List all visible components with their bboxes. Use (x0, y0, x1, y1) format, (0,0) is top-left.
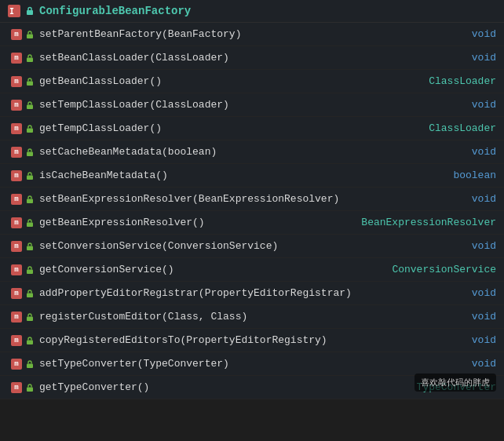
svg-rect-7 (27, 128, 33, 133)
method-icon: m (11, 194, 22, 205)
svg-rect-11 (27, 222, 33, 227)
class-title: ConfigurableBeanFactory (39, 5, 191, 17)
return-type: ClassLoader (429, 122, 496, 134)
method-icon: m (11, 241, 22, 252)
method-name: setBeanExpressionResolver(BeanExpression… (39, 193, 464, 205)
svg-rect-8 (27, 151, 33, 156)
return-type: void (472, 193, 496, 205)
svg-text:I: I (9, 7, 14, 16)
method-name: registerCustomEditor(Class, Class) (39, 311, 464, 323)
lock-icon (25, 148, 35, 157)
return-type: void (472, 28, 496, 40)
table-row[interactable]: m setCacheBeanMetadata(boolean) void (0, 140, 504, 164)
method-icon: m (11, 335, 22, 346)
svg-rect-9 (27, 175, 33, 180)
method-name: getBeanClassLoader() (39, 75, 421, 87)
lock-icon (25, 218, 35, 228)
table-row[interactable]: m setParentBeanFactory(BeanFactory) void (0, 23, 504, 46)
lock-icon (25, 359, 35, 369)
method-icon: m (11, 100, 22, 111)
methods-list: m setParentBeanFactory(BeanFactory) void… (0, 23, 504, 399)
svg-rect-3 (27, 34, 33, 38)
table-row[interactable]: m getConversionService() ConversionServi… (0, 258, 504, 282)
lock-header-icon (25, 6, 35, 16)
table-row[interactable]: m addPropertyEditorRegistrar(PropertyEdi… (0, 282, 504, 305)
method-name: setTempClassLoader(ClassLoader) (39, 99, 464, 111)
method-name: setTypeConverter(TypeConverter) (39, 358, 464, 370)
lock-icon (25, 53, 35, 63)
svg-rect-15 (27, 316, 33, 321)
return-type: void (472, 334, 496, 346)
method-icon: m (11, 217, 22, 228)
method-name: getTypeConverter() (39, 381, 409, 393)
svg-rect-5 (27, 81, 33, 86)
return-type: ClassLoader (429, 75, 496, 87)
table-row[interactable]: m isCacheBeanMetadata() boolean (0, 164, 504, 188)
method-icon: m (11, 53, 22, 64)
method-name: isCacheBeanMetadata() (39, 169, 445, 181)
svg-rect-16 (27, 340, 33, 344)
watermark-badge: 喜欢敲代码的胖虎 (415, 374, 496, 392)
return-type: void (472, 99, 496, 111)
lock-icon (25, 77, 35, 86)
table-row[interactable]: m setBeanClassLoader(ClassLoader) void (0, 46, 504, 70)
method-icon: m (11, 147, 22, 158)
class-header: I ConfigurableBeanFactory (0, 0, 504, 23)
lock-icon (25, 312, 35, 322)
table-row[interactable]: m copyRegisteredEditorsTo(PropertyEditor… (0, 329, 504, 352)
svg-rect-18 (27, 387, 33, 392)
lock-icon (25, 336, 35, 345)
method-name: getBeanExpressionResolver() (39, 217, 353, 228)
svg-rect-4 (27, 57, 33, 62)
method-name: setParentBeanFactory(BeanFactory) (39, 28, 464, 40)
return-type: void (472, 52, 496, 64)
return-type: void (472, 358, 496, 370)
return-type: BeanExpressionResolver (361, 217, 496, 228)
table-row[interactable]: m setBeanExpressionResolver(BeanExpressi… (0, 188, 504, 211)
method-icon: m (11, 264, 22, 275)
lock-icon (25, 242, 35, 251)
return-type: boolean (453, 169, 496, 181)
return-type: void (472, 311, 496, 323)
table-row[interactable]: m getBeanClassLoader() ClassLoader (0, 70, 504, 93)
table-row[interactable]: m getTempClassLoader() ClassLoader (0, 117, 504, 140)
lock-icon (25, 30, 35, 39)
method-name: setConversionService(ConversionService) (39, 240, 464, 252)
svg-rect-12 (27, 246, 33, 250)
method-name: copyRegisteredEditorsTo(PropertyEditorRe… (39, 334, 464, 346)
method-icon: m (11, 29, 22, 40)
method-icon: m (11, 359, 22, 370)
return-type: ConversionService (392, 264, 496, 275)
lock-icon (25, 289, 35, 298)
lock-icon (25, 171, 35, 180)
method-name: setCacheBeanMetadata(boolean) (39, 146, 464, 158)
method-name: getConversionService() (39, 264, 384, 275)
method-icon: m (11, 312, 22, 323)
table-row[interactable]: m getBeanExpressionResolver() BeanExpres… (0, 211, 504, 235)
method-name: setBeanClassLoader(ClassLoader) (39, 52, 464, 64)
table-row[interactable]: m setTypeConverter(TypeConverter) void (0, 352, 504, 376)
lock-icon (25, 265, 35, 275)
method-icon: m (11, 76, 22, 87)
table-row[interactable]: m setTempClassLoader(ClassLoader) void (0, 93, 504, 117)
lock-icon (25, 383, 35, 392)
svg-rect-2 (27, 10, 33, 15)
method-icon: m (11, 170, 22, 181)
method-icon: m (11, 288, 22, 299)
method-icon: m (11, 123, 22, 134)
class-icon: I (8, 5, 20, 17)
method-name: getTempClassLoader() (39, 122, 421, 134)
svg-rect-10 (27, 199, 33, 203)
table-row[interactable]: m setConversionService(ConversionService… (0, 235, 504, 258)
method-icon: m (11, 382, 22, 393)
svg-rect-6 (27, 104, 33, 109)
lock-icon (25, 124, 35, 133)
return-type: void (472, 146, 496, 158)
return-type: void (472, 240, 496, 252)
return-type: void (472, 287, 496, 299)
svg-rect-13 (27, 269, 33, 274)
svg-rect-14 (27, 293, 33, 297)
lock-icon (25, 195, 35, 204)
svg-rect-17 (27, 363, 33, 368)
table-row[interactable]: m registerCustomEditor(Class, Class) voi… (0, 305, 504, 329)
